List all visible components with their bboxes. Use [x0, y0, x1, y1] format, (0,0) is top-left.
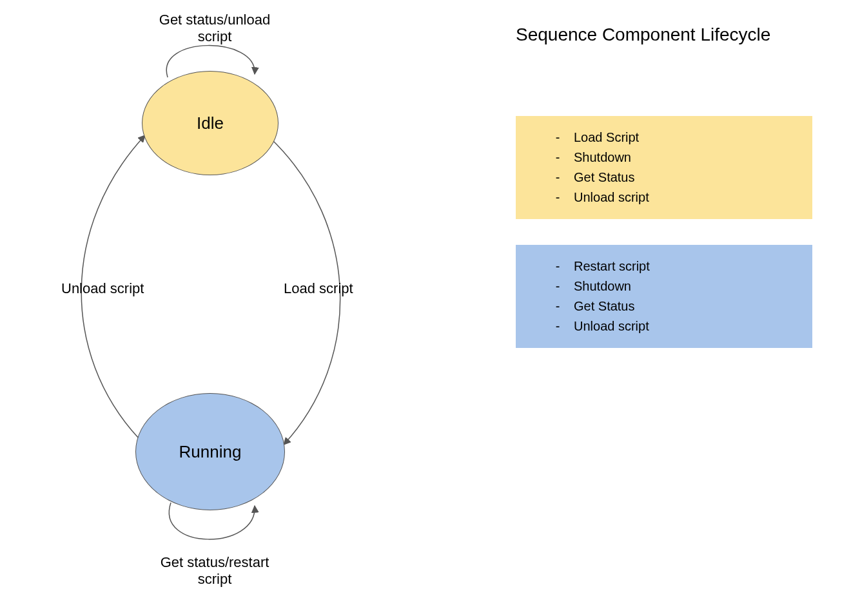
state-running: Running: [135, 393, 285, 510]
diagram-canvas: Idle Running Get status/unload script Ge…: [0, 0, 851, 616]
diagram-title: Sequence Component Lifecycle: [516, 24, 770, 45]
legend-idle: Load ScriptShutdownGet StatusUnload scri…: [516, 116, 812, 219]
legend-item: Shutdown: [542, 276, 807, 296]
state-idle-label: Idle: [197, 113, 224, 133]
legend-running: Restart scriptShutdownGet StatusUnload s…: [516, 245, 812, 348]
legend-item: Restart script: [542, 256, 807, 276]
legend-item: Load Script: [542, 128, 807, 148]
label-idle-self: Get status/unload script: [141, 12, 289, 45]
label-load-script: Load script: [284, 280, 353, 297]
legend-item: Unload script: [542, 316, 807, 336]
label-unload-script: Unload script: [61, 280, 144, 297]
legend-idle-list: Load ScriptShutdownGet StatusUnload scri…: [542, 128, 807, 207]
state-running-label: Running: [179, 442, 242, 462]
legend-running-list: Restart scriptShutdownGet StatusUnload s…: [542, 256, 807, 336]
legend-item: Shutdown: [542, 148, 807, 168]
state-idle: Idle: [142, 71, 279, 175]
legend-item: Get Status: [542, 168, 807, 188]
legend-item: Get Status: [542, 296, 807, 316]
label-running-self: Get status/restart script: [141, 554, 289, 588]
legend-item: Unload script: [542, 188, 807, 207]
